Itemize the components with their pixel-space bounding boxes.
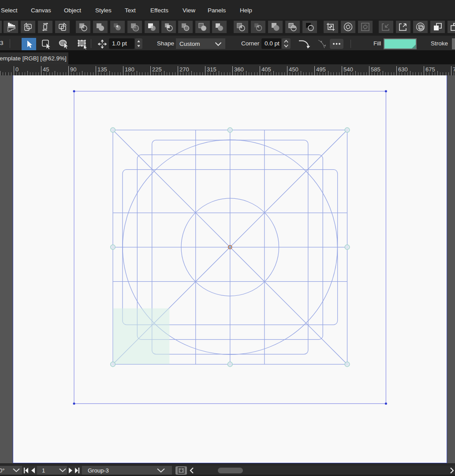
svg-text:540: 540: [343, 66, 353, 73]
svg-text:585: 585: [371, 66, 380, 73]
svg-text:90: 90: [70, 66, 76, 73]
svg-text:270: 270: [179, 66, 189, 73]
svg-text:180: 180: [125, 66, 134, 73]
svg-text:450: 450: [289, 66, 298, 73]
svg-text:675: 675: [425, 66, 435, 73]
svg-text:405: 405: [261, 66, 271, 73]
svg-text:360: 360: [234, 66, 244, 73]
svg-text:225: 225: [152, 66, 162, 73]
svg-text:135: 135: [97, 66, 107, 73]
svg-text:315: 315: [207, 66, 216, 73]
svg-text:0: 0: [15, 66, 19, 73]
svg-text:720: 720: [453, 66, 455, 73]
svg-text:45: 45: [43, 66, 49, 73]
svg-text:495: 495: [316, 66, 326, 73]
svg-text:630: 630: [398, 66, 408, 73]
